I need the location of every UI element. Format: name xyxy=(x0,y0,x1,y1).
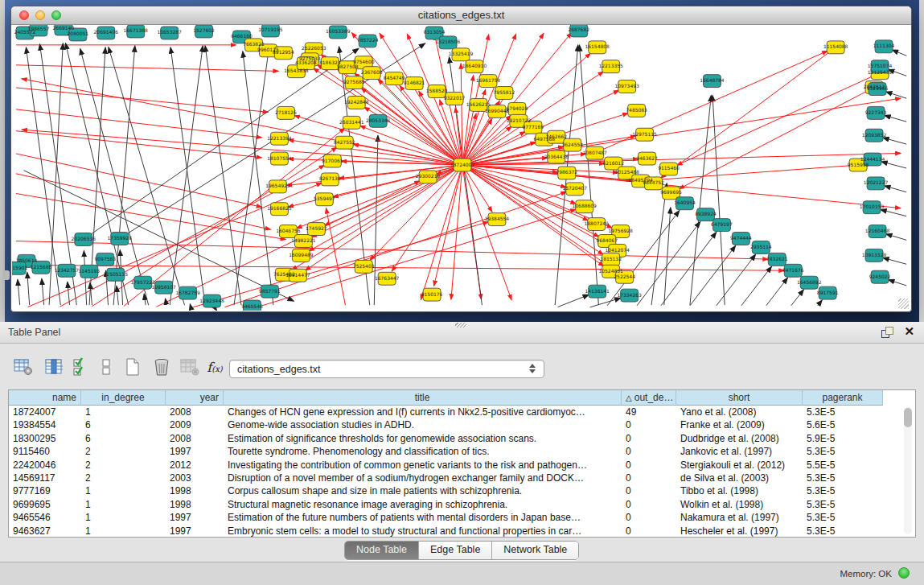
network-edge[interactable] xyxy=(192,222,488,307)
network-window[interactable]: citations_edges.txt 24055721986557266914… xyxy=(10,6,912,312)
network-edge[interactable] xyxy=(558,295,589,307)
network-edge[interactable] xyxy=(886,234,907,241)
network-edge[interactable] xyxy=(885,115,907,122)
window-resize-grip[interactable] xyxy=(898,299,909,309)
network-node-label: 15751074 xyxy=(868,63,893,68)
network-svg: 2405572198655726691402080051206914061667… xyxy=(12,25,910,311)
table-row[interactable]: 977716911998Corpus callosum shape and si… xyxy=(9,484,915,497)
column-header-short[interactable]: short xyxy=(676,390,803,406)
network-edge[interactable] xyxy=(892,50,906,56)
table-cell: 14569117 xyxy=(9,472,81,484)
table-cell: Embryonic stem cells: a model to study s… xyxy=(224,525,622,538)
column-header-year[interactable]: year xyxy=(166,390,224,406)
network-edge[interactable] xyxy=(16,193,286,239)
table-settings-icon[interactable] xyxy=(11,355,35,379)
network-node-label: 9474444 xyxy=(730,235,752,241)
network-edge[interactable] xyxy=(664,208,671,305)
network-edge[interactable] xyxy=(580,45,599,305)
close-panel-icon[interactable]: ✕ xyxy=(904,325,914,338)
table-cell: 19384554 xyxy=(9,418,81,431)
network-edge[interactable] xyxy=(18,279,20,305)
network-edge[interactable] xyxy=(766,278,788,306)
network-edge[interactable] xyxy=(27,272,30,305)
network-edge[interactable] xyxy=(791,290,804,306)
network-edge[interactable] xyxy=(881,209,906,216)
function-builder-icon[interactable]: f(x) xyxy=(203,355,227,379)
network-edge[interactable] xyxy=(68,282,70,305)
network-edge[interactable] xyxy=(883,138,906,144)
table-row[interactable]: 1938455462009Genome-wide association stu… xyxy=(9,418,915,431)
network-edge[interactable] xyxy=(16,109,262,138)
network-edge[interactable] xyxy=(464,119,492,163)
table-row[interactable]: 946554611997Estimation of the future num… xyxy=(9,511,915,524)
network-edge[interactable] xyxy=(650,165,856,180)
table-row[interactable]: 1872400712008Changes of HCN gene express… xyxy=(9,406,915,418)
network-edge[interactable] xyxy=(881,162,906,168)
float-panel-icon[interactable] xyxy=(881,327,893,338)
network-edge[interactable] xyxy=(690,245,736,306)
table-cell: Genome-wide association studies in ADHD. xyxy=(224,418,622,431)
network-edge[interactable] xyxy=(883,257,906,264)
network-node-label: 9777169 xyxy=(523,124,544,130)
tab-node-table[interactable]: Node Table xyxy=(345,542,419,559)
column-header-in_degree[interactable]: in_degree xyxy=(81,390,166,406)
network-node-label: 9245022 xyxy=(869,274,891,279)
network-window-titlebar[interactable]: citations_edges.txt xyxy=(11,6,911,25)
network-edge[interactable] xyxy=(166,299,166,305)
network-node-label: 29300215 xyxy=(416,173,441,179)
network-edge[interactable] xyxy=(677,74,877,165)
table-row[interactable]: 1830029562008Estimation of significance … xyxy=(9,432,915,445)
table-vertical-scrollbar[interactable] xyxy=(904,407,912,534)
network-edge[interactable] xyxy=(661,232,717,305)
network-edge[interactable] xyxy=(741,266,772,306)
left-edge-grip[interactable] xyxy=(5,270,10,280)
network-edge[interactable] xyxy=(818,300,823,306)
network-edge[interactable] xyxy=(465,115,511,163)
table-row[interactable]: 2242004622012Investigating the contribut… xyxy=(9,459,915,472)
table-cell: 1998 xyxy=(166,484,224,497)
network-canvas[interactable]: 2405572198655726691402080051206914061667… xyxy=(12,25,910,311)
network-edge[interactable] xyxy=(889,280,907,286)
network-edge[interactable] xyxy=(22,79,459,165)
tab-edge-table[interactable]: Edge Table xyxy=(419,542,492,559)
network-node-label: 16671388 xyxy=(124,27,149,33)
network-edge[interactable] xyxy=(660,49,833,178)
network-edge[interactable] xyxy=(16,265,784,270)
column-header-name[interactable]: name xyxy=(9,390,81,406)
table-cell: Hescheler et al. (1997) xyxy=(676,525,803,538)
new-column-icon[interactable] xyxy=(121,355,145,379)
table-row[interactable]: 946362711997Embryonic stem cells: a mode… xyxy=(9,525,915,538)
splitter-handle[interactable] xyxy=(455,323,466,328)
network-edge[interactable] xyxy=(16,65,278,72)
network-edge[interactable] xyxy=(117,286,118,305)
table-row[interactable]: 969969511998Structural magnetic resonanc… xyxy=(9,498,915,511)
network-edge[interactable] xyxy=(144,294,146,305)
column-header-pagerank[interactable]: pagerank xyxy=(803,390,883,406)
table-cell: Changes of HCN gene expression and I(f) … xyxy=(224,406,622,418)
table-selector-dropdown[interactable]: citations_edges.txt xyxy=(229,360,544,378)
delete-column-trash-icon[interactable] xyxy=(150,355,174,379)
table-row[interactable]: 1456911722003Disruption of a novel membe… xyxy=(9,472,915,484)
column-header-title[interactable]: title xyxy=(224,390,622,406)
show-columns-icon[interactable] xyxy=(42,355,66,379)
network-node-label: 19210722 xyxy=(507,117,532,123)
network-edge[interactable] xyxy=(234,45,269,305)
app-root: { "window": { "title": "citations_edges.… xyxy=(0,0,924,585)
network-edge[interactable] xyxy=(590,298,622,307)
network-node-label: 14136141 xyxy=(585,288,610,294)
column-header-out_de[interactable]: △out_de… xyxy=(622,390,676,406)
tab-network-table[interactable]: Network Table xyxy=(492,542,578,559)
network-edge[interactable] xyxy=(16,174,271,229)
network-edge[interactable] xyxy=(886,92,907,98)
network-node-label: 7525403 xyxy=(353,263,375,269)
scrollbar-thumb[interactable] xyxy=(904,408,912,427)
network-edge[interactable] xyxy=(16,154,262,207)
table-cell: 18724007 xyxy=(9,406,81,418)
network-edge[interactable] xyxy=(885,186,907,192)
network-edge[interactable] xyxy=(16,88,269,112)
network-edge[interactable] xyxy=(16,241,768,260)
table-row[interactable]: 911546021997Tourette syndrome. Phenomeno… xyxy=(9,445,915,458)
checkbox-select-icon[interactable] xyxy=(69,355,93,379)
table-type-tabs: Node TableEdge TableNetwork Table xyxy=(344,541,579,560)
row-cards-icon[interactable] xyxy=(94,355,118,379)
